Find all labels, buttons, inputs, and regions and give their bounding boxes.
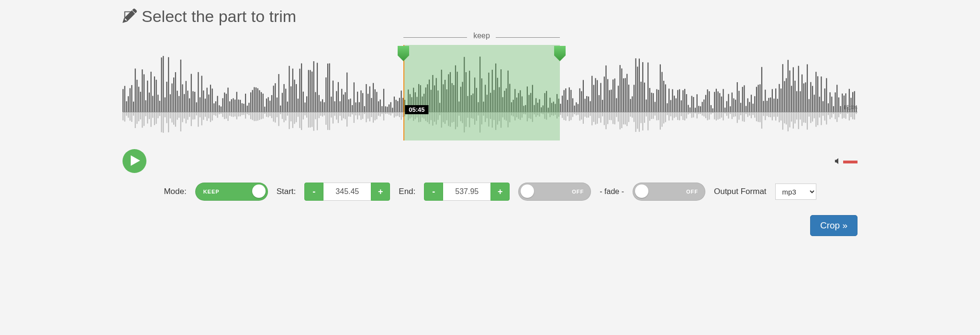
svg-rect-803 bbox=[824, 112, 825, 120]
svg-rect-820 bbox=[840, 106, 841, 112]
volume-control[interactable] bbox=[835, 158, 858, 166]
svg-rect-294 bbox=[380, 99, 381, 112]
svg-rect-244 bbox=[336, 91, 337, 112]
svg-rect-453 bbox=[518, 112, 519, 119]
svg-rect-31 bbox=[149, 112, 150, 119]
svg-rect-84 bbox=[196, 102, 197, 112]
svg-rect-761 bbox=[788, 112, 789, 131]
svg-rect-149 bbox=[252, 112, 253, 120]
svg-rect-383 bbox=[457, 112, 458, 127]
svg-rect-608 bbox=[655, 102, 656, 112]
svg-rect-285 bbox=[371, 112, 372, 117]
svg-rect-489 bbox=[549, 112, 550, 117]
svg-rect-233 bbox=[325, 112, 326, 125]
svg-rect-210 bbox=[306, 97, 307, 112]
svg-rect-426 bbox=[495, 64, 496, 112]
svg-rect-573 bbox=[623, 112, 624, 124]
play-button[interactable] bbox=[122, 149, 146, 173]
end-input[interactable] bbox=[443, 183, 490, 201]
svg-rect-67 bbox=[180, 112, 181, 131]
svg-rect-227 bbox=[320, 112, 321, 116]
svg-rect-641 bbox=[682, 112, 683, 120]
svg-rect-47 bbox=[163, 112, 164, 133]
svg-rect-786 bbox=[810, 82, 811, 112]
svg-rect-262 bbox=[352, 105, 353, 112]
svg-rect-475 bbox=[537, 112, 538, 115]
svg-rect-823 bbox=[842, 112, 843, 119]
svg-rect-747 bbox=[775, 112, 776, 120]
output-format-select[interactable]: mp3 bbox=[775, 184, 816, 200]
svg-rect-374 bbox=[450, 72, 451, 112]
svg-rect-312 bbox=[396, 100, 397, 112]
svg-rect-264 bbox=[354, 82, 355, 112]
svg-rect-132 bbox=[238, 99, 239, 112]
svg-rect-800 bbox=[823, 101, 824, 112]
svg-rect-817 bbox=[836, 112, 837, 122]
selection-end-handle[interactable] bbox=[553, 45, 567, 62]
start-decrement-button[interactable]: - bbox=[304, 183, 323, 201]
svg-rect-697 bbox=[732, 112, 733, 119]
svg-rect-235 bbox=[327, 112, 328, 130]
svg-rect-523 bbox=[579, 112, 580, 120]
svg-rect-553 bbox=[605, 112, 606, 129]
svg-rect-460 bbox=[525, 105, 526, 112]
svg-rect-11 bbox=[131, 112, 132, 122]
svg-rect-69 bbox=[182, 112, 183, 122]
svg-rect-814 bbox=[835, 92, 835, 112]
svg-rect-514 bbox=[572, 98, 573, 112]
svg-rect-110 bbox=[219, 105, 220, 112]
fade-in-toggle[interactable]: OFF bbox=[518, 183, 591, 201]
svg-rect-806 bbox=[828, 103, 829, 112]
end-decrement-button[interactable]: - bbox=[424, 183, 443, 201]
svg-rect-356 bbox=[434, 86, 435, 112]
svg-rect-10 bbox=[131, 85, 132, 112]
svg-rect-530 bbox=[586, 96, 587, 112]
svg-rect-712 bbox=[746, 106, 746, 112]
svg-rect-196 bbox=[294, 80, 295, 112]
selection-start-handle[interactable] bbox=[397, 45, 410, 62]
svg-rect-698 bbox=[733, 98, 734, 112]
svg-rect-17 bbox=[136, 112, 137, 124]
svg-rect-639 bbox=[681, 112, 682, 116]
total-duration-label: 15:04 bbox=[843, 104, 858, 111]
waveform[interactable]: 05:45 15:04 bbox=[122, 45, 858, 140]
svg-rect-148 bbox=[252, 90, 253, 112]
svg-rect-662 bbox=[702, 102, 703, 112]
svg-rect-718 bbox=[751, 95, 752, 112]
svg-rect-565 bbox=[616, 112, 617, 117]
svg-rect-637 bbox=[679, 112, 680, 120]
start-label: Start: bbox=[277, 187, 296, 196]
svg-rect-626 bbox=[670, 100, 671, 112]
end-increment-button[interactable]: + bbox=[490, 183, 510, 201]
svg-rect-701 bbox=[735, 112, 736, 116]
svg-rect-541 bbox=[595, 112, 596, 124]
svg-rect-677 bbox=[714, 112, 715, 119]
svg-rect-474 bbox=[537, 103, 538, 112]
mode-toggle[interactable]: KEEP bbox=[195, 183, 268, 201]
svg-rect-428 bbox=[497, 78, 498, 112]
svg-rect-619 bbox=[663, 112, 664, 123]
svg-rect-409 bbox=[479, 112, 480, 132]
svg-rect-632 bbox=[676, 98, 677, 112]
svg-rect-692 bbox=[728, 94, 729, 112]
svg-rect-222 bbox=[317, 63, 318, 112]
svg-rect-86 bbox=[198, 72, 199, 112]
svg-rect-682 bbox=[719, 93, 720, 112]
fade-out-toggle[interactable]: OFF bbox=[633, 183, 705, 201]
svg-rect-621 bbox=[665, 112, 666, 122]
svg-rect-128 bbox=[234, 99, 235, 112]
start-input[interactable] bbox=[323, 183, 371, 201]
svg-rect-512 bbox=[570, 90, 571, 112]
svg-rect-37 bbox=[154, 112, 155, 125]
svg-rect-42 bbox=[159, 101, 160, 112]
svg-rect-176 bbox=[277, 97, 278, 112]
svg-rect-191 bbox=[289, 112, 290, 129]
svg-rect-223 bbox=[317, 112, 318, 130]
svg-rect-597 bbox=[644, 112, 645, 123]
svg-rect-603 bbox=[649, 112, 650, 121]
crop-button[interactable]: Crop » bbox=[810, 215, 858, 236]
svg-rect-537 bbox=[591, 112, 592, 125]
volume-bar[interactable] bbox=[843, 161, 858, 163]
start-increment-button[interactable]: + bbox=[371, 183, 390, 201]
svg-rect-636 bbox=[679, 89, 680, 112]
